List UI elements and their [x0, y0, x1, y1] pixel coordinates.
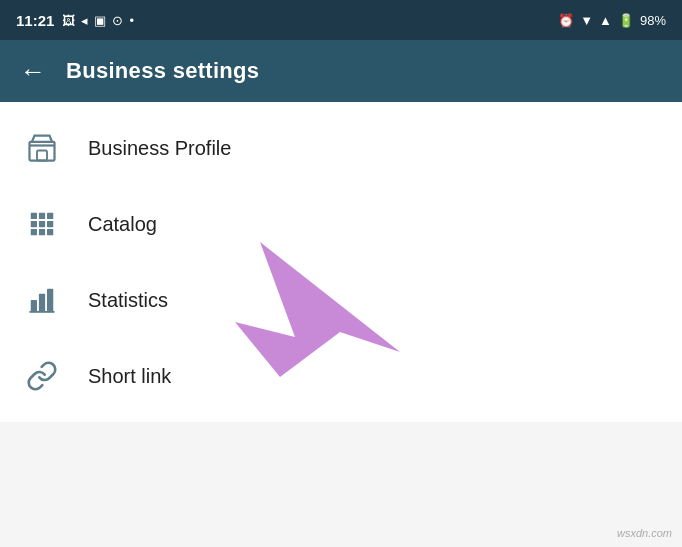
svg-rect-1 — [37, 151, 47, 161]
store-icon — [24, 130, 60, 166]
menu-item-business-profile[interactable]: Business Profile — [0, 110, 682, 186]
navigation-icon: ◂ — [81, 13, 88, 28]
catalog-label: Catalog — [88, 213, 157, 236]
svg-rect-11 — [31, 300, 37, 311]
battery-icon: 🔋 — [618, 13, 634, 28]
svg-rect-6 — [39, 221, 45, 227]
settings-content: Business Profile Catalog — [0, 102, 682, 422]
link-icon — [24, 358, 60, 394]
short-link-label: Short link — [88, 365, 171, 388]
dot-icon: • — [129, 13, 134, 28]
status-time: 11:21 — [16, 12, 54, 29]
svg-rect-10 — [47, 229, 53, 235]
image-icon: 🖼 — [62, 13, 75, 28]
watermark: wsxdn.com — [617, 527, 672, 539]
status-icons: 🖼 ◂ ▣ ⊙ • — [62, 13, 134, 28]
svg-rect-13 — [47, 289, 53, 312]
menu-item-catalog[interactable]: Catalog — [0, 186, 682, 262]
svg-rect-2 — [31, 213, 37, 219]
message-icon: ▣ — [94, 13, 106, 28]
network-icon: ▲ — [599, 13, 612, 28]
svg-rect-12 — [39, 294, 45, 312]
svg-rect-5 — [31, 221, 37, 227]
svg-rect-4 — [47, 213, 53, 219]
menu-item-statistics[interactable]: Statistics — [0, 262, 682, 338]
svg-rect-8 — [31, 229, 37, 235]
back-button[interactable]: ← — [20, 58, 46, 84]
statistics-label: Statistics — [88, 289, 168, 312]
bar-chart-icon — [24, 282, 60, 318]
status-bar: 11:21 🖼 ◂ ▣ ⊙ • ⏰ ▼ ▲ 🔋 98% — [0, 0, 682, 40]
app-bar: ← Business settings — [0, 40, 682, 102]
alarm-icon: ⏰ — [558, 13, 574, 28]
svg-rect-7 — [47, 221, 53, 227]
battery-percent: 98% — [640, 13, 666, 28]
wifi-icon: ▼ — [580, 13, 593, 28]
signal-icon: ⊙ — [112, 13, 123, 28]
business-profile-label: Business Profile — [88, 137, 231, 160]
app-bar-title: Business settings — [66, 58, 259, 84]
menu-item-short-link[interactable]: Short link — [0, 338, 682, 414]
status-bar-left: 11:21 🖼 ◂ ▣ ⊙ • — [16, 12, 134, 29]
svg-rect-3 — [39, 213, 45, 219]
svg-rect-9 — [39, 229, 45, 235]
status-bar-right: ⏰ ▼ ▲ 🔋 98% — [558, 13, 666, 28]
grid-icon — [24, 206, 60, 242]
